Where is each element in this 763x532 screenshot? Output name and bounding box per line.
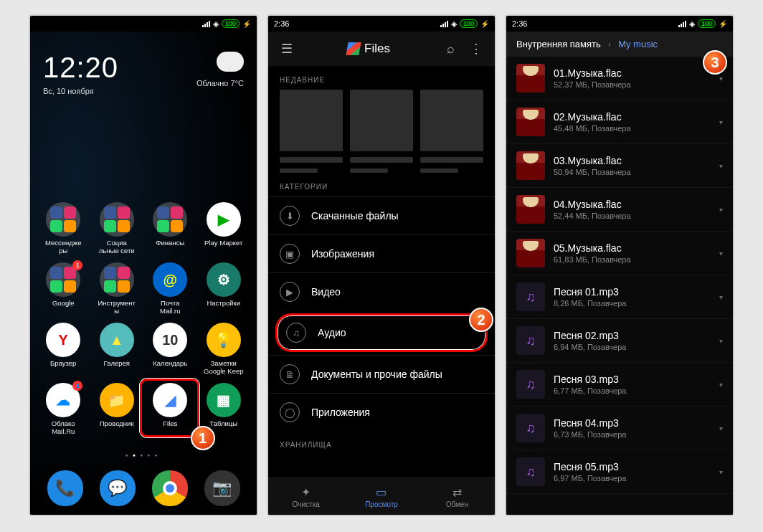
file-row[interactable]: 05.Музыка.flac61,83 МБ, Позавчера▾	[506, 232, 733, 275]
expand-icon[interactable]: ▾	[719, 250, 723, 257]
file-meta: 6,77 МБ, Позавчера	[554, 386, 711, 395]
section-categories: КАТЕГОРИИ	[268, 173, 495, 196]
category-приложения[interactable]: ◯Приложения	[268, 393, 495, 431]
file-meta: 6,94 МБ, Позавчера	[554, 343, 711, 351]
file-row[interactable]: 03.Музыка.flac50,94 МБ, Позавчера▾	[506, 144, 733, 188]
file-row[interactable]: ♫Песня 01.mp38,26 МБ, Позавчера▾	[506, 275, 733, 319]
album-art-icon	[516, 64, 545, 92]
charging-icon: ⚡	[480, 20, 489, 28]
bottom-nav: ✦Очистка▭Просмотр⇄Обмен	[268, 478, 495, 515]
category-изображения[interactable]: ▣Изображения	[268, 234, 495, 272]
files-body[interactable]: НЕДАВНИЕ КАТЕГОРИИ ⬇Скачанные файлы▣Изоб…	[268, 66, 495, 478]
weather-text: Облачно 7°C	[196, 79, 244, 87]
category-icon: 🗎	[280, 364, 300, 384]
expand-icon[interactable]: ▾	[719, 75, 723, 82]
file-row[interactable]: ♫Песня 02.mp36,94 МБ, Позавчера▾	[506, 319, 733, 363]
app-галерея[interactable]: ▲Галерея	[93, 323, 142, 376]
file-row[interactable]: 02.Музыка.flac45,48 МБ, Позавчера▾	[506, 100, 733, 144]
file-name: Песня 03.mp3	[554, 374, 711, 385]
recent-card[interactable]	[350, 90, 413, 173]
app-files[interactable]: ◢Files	[146, 383, 195, 436]
search-icon[interactable]: ⌕	[437, 42, 463, 57]
step-badge-2: 2	[469, 308, 493, 332]
file-name: 05.Музыка.flac	[554, 242, 711, 254]
status-bar: 2:36 ◈ 100 ⚡	[506, 16, 733, 32]
file-meta: 52,37 МБ, Позавчера	[554, 80, 711, 89]
step-badge-3: 3	[703, 50, 727, 75]
recent-card[interactable]	[280, 90, 343, 173]
app-календарь[interactable]: 10Календарь	[146, 323, 195, 376]
files-logo-icon	[346, 42, 361, 55]
recent-card[interactable]	[420, 90, 483, 173]
more-icon[interactable]: ⋮	[463, 41, 489, 57]
weather-widget[interactable]: Облачно 7°C	[196, 52, 244, 95]
category-скачанные-файлы[interactable]: ⬇Скачанные файлы	[268, 196, 495, 234]
app-инструмент-ы[interactable]: Инструмент ы	[93, 262, 142, 315]
home-screen[interactable]: 12:20 Вс, 10 ноября Облачно 7°C Мессендж…	[30, 32, 257, 515]
category-аудио[interactable]: ♫Аудио	[275, 313, 488, 352]
expand-icon[interactable]: ▾	[719, 118, 723, 126]
file-name: Песня 05.mp3	[554, 461, 711, 472]
breadcrumb: Внутренняя память › My music	[506, 32, 733, 57]
expand-icon[interactable]: ▾	[719, 162, 723, 170]
file-list[interactable]: 01.Музыка.flac52,37 МБ, Позавчера▾02.Муз…	[506, 57, 733, 515]
file-row[interactable]: 01.Музыка.flac52,37 МБ, Позавчера▾	[506, 57, 733, 100]
category-icon: ♫	[286, 323, 306, 343]
app-проводник[interactable]: 📁Проводник	[93, 383, 142, 436]
app-финансы[interactable]: Финансы	[146, 202, 195, 255]
audio-icon: ♫	[516, 370, 545, 399]
app-мессендже-ры[interactable]: Мессендже ры	[39, 202, 88, 255]
category-label: Документы и прочие файлы	[311, 369, 442, 380]
app-title: Files	[300, 42, 437, 56]
wifi-icon: ◈	[689, 19, 695, 29]
clock[interactable]: 12:20	[43, 52, 118, 84]
phone-home: ◈ 100 ⚡ 12:20 Вс, 10 ноября Облачно 7°C …	[29, 14, 258, 516]
category-документы-и-прочие-файлы[interactable]: 🗎Документы и прочие файлы	[268, 355, 495, 393]
app-социа-льные-сети[interactable]: Социа льные сети	[93, 202, 142, 255]
app-настройки[interactable]: ⚙Настройки	[199, 262, 249, 315]
file-meta: 6,97 МБ, Позавчера	[554, 474, 711, 483]
category-label: Видео	[311, 286, 341, 298]
category-label: Аудио	[318, 327, 346, 338]
file-row[interactable]: ♫Песня 03.mp36,77 МБ, Позавчера▾	[506, 363, 733, 407]
nav-очистка[interactable]: ✦Очистка	[268, 478, 343, 515]
file-name: Песня 04.mp3	[554, 417, 711, 429]
signal-icon	[678, 20, 686, 27]
status-time: 2:36	[512, 19, 527, 28]
dock-app[interactable]	[152, 470, 188, 509]
expand-icon[interactable]: ▾	[719, 337, 723, 345]
recent-row	[268, 90, 495, 173]
file-name: Песня 02.mp3	[554, 330, 711, 341]
expand-icon[interactable]: ▾	[719, 206, 723, 214]
app-заметки-google-keep[interactable]: 💡Заметки Google Keep	[199, 323, 249, 376]
nav-просмотр[interactable]: ▭Просмотр	[343, 478, 419, 515]
file-name: 02.Музыка.flac	[554, 111, 711, 123]
menu-icon[interactable]: ☰	[274, 41, 300, 57]
category-видео[interactable]: ▶Видео	[268, 272, 495, 310]
nav-обмен[interactable]: ⇄Обмен	[420, 478, 495, 515]
expand-icon[interactable]: ▾	[719, 381, 723, 389]
wifi-icon: ◈	[213, 19, 219, 29]
file-row[interactable]: 04.Музыка.flac52,44 МБ, Позавчера▾	[506, 188, 733, 232]
expand-icon[interactable]: ▾	[719, 424, 723, 432]
expand-icon[interactable]: ▾	[719, 468, 723, 476]
dock-app[interactable]: 📷	[204, 470, 240, 509]
app-play-маркет[interactable]: ▶Play Маркет	[199, 202, 249, 255]
expand-icon[interactable]: ▾	[719, 293, 723, 301]
category-icon: ⬇	[280, 206, 300, 226]
crumb-current[interactable]: My music	[618, 39, 658, 49]
file-row[interactable]: ♫Песня 05.mp36,97 МБ, Позавчера▾	[506, 450, 733, 494]
file-name: 03.Музыка.flac	[554, 155, 711, 166]
app-облако-mail.ru[interactable]: ☁1Облако Mail.Ru	[39, 383, 88, 436]
app-google[interactable]: 1Google	[39, 262, 88, 315]
crumb-root[interactable]: Внутренняя память	[516, 39, 601, 49]
dock-app[interactable]: 💬	[100, 470, 136, 509]
file-meta: 52,44 МБ, Позавчера	[554, 212, 711, 220]
app-браузер[interactable]: YБраузер	[39, 323, 88, 376]
status-bar: 2:36 ◈ 100 ⚡	[268, 16, 495, 32]
category-icon: ◯	[280, 402, 300, 422]
audio-icon: ♫	[516, 326, 545, 355]
dock-app[interactable]: 📞	[47, 470, 83, 509]
file-row[interactable]: ♫Песня 04.mp36,73 МБ, Позавчера▾	[506, 407, 733, 450]
app-почта-mail.ru[interactable]: @Почта Mail.ru	[146, 262, 195, 315]
